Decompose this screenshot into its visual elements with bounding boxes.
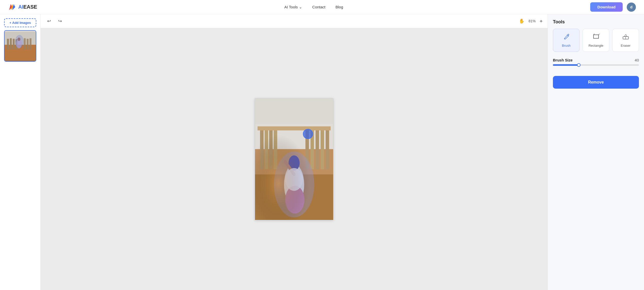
chevron-down-icon: ⌄ — [299, 5, 302, 9]
tools-title: Tools — [553, 19, 639, 25]
image-thumbnail[interactable] — [4, 30, 36, 62]
nav-ai-tools[interactable]: AI Tools ⌄ — [284, 5, 302, 9]
svg-marker-44 — [624, 35, 627, 37]
brush-icon — [563, 33, 570, 42]
canvas-area: ↩ ↪ ✋ 81% ⌖ — [41, 14, 548, 290]
tool-brush[interactable]: Brush — [553, 29, 580, 52]
svg-rect-38 — [255, 99, 333, 220]
brush-size-row: Brush Size 40 — [553, 58, 639, 62]
svg-rect-11 — [29, 38, 31, 50]
add-images-button[interactable]: + Add Images — [4, 18, 36, 27]
redo-icon: ↪ — [58, 18, 62, 24]
svg-rect-6 — [10, 38, 12, 50]
logo-icon — [8, 3, 16, 11]
logo[interactable]: AIEASE — [8, 3, 37, 11]
logo-text: AIEASE — [18, 4, 37, 10]
brush-size-value: 40 — [635, 58, 639, 62]
rectangle-icon — [592, 33, 600, 42]
pan-icon: ✋ — [519, 18, 524, 24]
avatar[interactable]: d — [627, 3, 636, 12]
navbar-center: AI Tools ⌄ Contact Blog — [284, 5, 343, 9]
slider-thumb[interactable] — [577, 63, 581, 67]
toolbar-row: ↩ ↪ ✋ 81% ⌖ — [41, 14, 548, 28]
right-panel: Tools Brush — [548, 14, 644, 290]
download-button[interactable]: Download — [590, 2, 623, 12]
undo-button[interactable]: ↩ — [46, 17, 53, 25]
left-sidebar: + Add Images — [0, 14, 41, 290]
slider-fill — [553, 64, 579, 66]
svg-rect-5 — [7, 39, 9, 50]
nav-contact[interactable]: Contact — [312, 5, 326, 9]
canvas-image[interactable] — [255, 98, 333, 220]
app-body: + Add Images — [0, 14, 644, 290]
brush-size-slider[interactable] — [553, 64, 639, 66]
svg-rect-42 — [623, 37, 629, 39]
eraser-label: Eraser — [621, 44, 630, 47]
tool-rectangle[interactable]: Rectangle — [583, 29, 609, 52]
navbar: AIEASE AI Tools ⌄ Contact Blog Download … — [0, 0, 644, 14]
brush-size-label: Brush Size — [553, 58, 573, 62]
eraser-icon — [622, 33, 629, 42]
tool-eraser[interactable]: Eraser — [612, 29, 639, 52]
svg-rect-9 — [24, 38, 26, 50]
remove-button[interactable]: Remove — [553, 76, 639, 89]
navbar-right: Download d — [590, 2, 636, 12]
thumbnail-preview — [5, 31, 36, 61]
brush-label: Brush — [562, 44, 571, 47]
undo-icon: ↩ — [47, 18, 51, 24]
svg-rect-7 — [13, 39, 15, 50]
rectangle-label: Rectangle — [588, 44, 603, 47]
svg-rect-10 — [27, 39, 29, 50]
svg-line-41 — [599, 34, 600, 35]
redo-button[interactable]: ↪ — [57, 17, 63, 25]
canvas-viewport[interactable] — [41, 28, 548, 290]
svg-rect-39 — [594, 35, 599, 38]
zoom-level: 81% — [529, 19, 536, 23]
canvas-svg — [255, 99, 333, 220]
crosshair-icon: ⌖ — [540, 18, 543, 24]
nav-blog[interactable]: Blog — [335, 5, 343, 9]
svg-point-14 — [15, 35, 24, 48]
tools-grid: Brush Rectangle — [553, 29, 639, 52]
